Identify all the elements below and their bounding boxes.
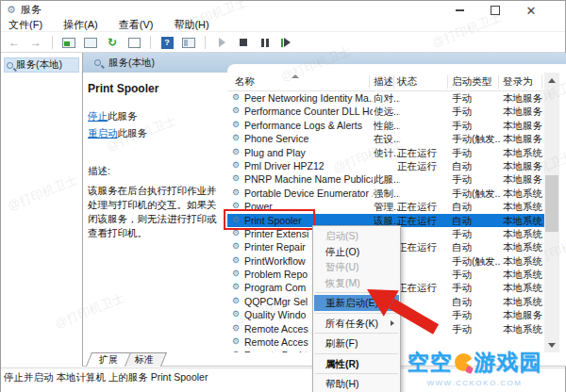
service-name: Plug and Play	[244, 147, 373, 158]
services-window: ⚙ 服务 ✕ 文件(F)操作(A)查看(V)帮助(H) ←→↻? 服务(本地) …	[0, 0, 566, 392]
column-header-startup-type[interactable]: 启动类型	[452, 75, 491, 89]
service-startup-type: 手动	[452, 147, 501, 160]
service-logon-as: 本地服务	[503, 120, 544, 133]
service-gear-icon: ⚙	[232, 120, 240, 129]
service-name: Phone Service	[244, 133, 373, 144]
service-description-cell: 管理...	[374, 201, 400, 214]
maximize-button[interactable]	[490, 5, 501, 16]
service-row[interactable]: ⚙Performance Counter DLL Ho...使远...手动本地服…	[227, 105, 544, 118]
annotation-red-rectangle	[224, 209, 315, 230]
service-logon-as: 本地服务	[503, 106, 544, 119]
export-list-icon[interactable]	[126, 36, 142, 50]
services-header-label: 服务(本地)	[108, 57, 155, 70]
toolbar-separator	[205, 36, 206, 49]
service-description: 该服务在后台执行打印作业并处理与打印机的交互。如果关闭该服务，则无法进行打印或查…	[88, 184, 225, 240]
service-gear-icon: ⚙	[232, 106, 240, 115]
service-logon-as: 本地系统	[503, 241, 544, 254]
selected-service-title: Print Spooler	[88, 82, 224, 95]
service-startup-type: 手动	[452, 173, 501, 187]
list-header: 名称 描述 状态 启动类型 登录为	[227, 73, 544, 91]
scrollbar-thumb[interactable]	[545, 175, 558, 232]
toolbar-separator	[52, 36, 53, 49]
service-gear-icon: ⚙	[232, 296, 240, 305]
services-node-icon	[7, 62, 13, 69]
help-icon[interactable]: ?	[159, 36, 175, 50]
service-startup-type: 手动(触发...	[452, 188, 501, 201]
status-text: 停止并启动 本地计算机 上的服务 Print Spooler	[4, 371, 208, 383]
column-header-name[interactable]: 名称	[235, 75, 255, 89]
start-service-icon[interactable]	[214, 36, 229, 50]
ctx-properties[interactable]: 属性(R)	[313, 356, 400, 372]
service-row[interactable]: ⚙Performance Logs & Alerts性能...手动本地服务	[227, 119, 544, 132]
cckoko-watermark: 空空 游戏园 WWW.CCKOKO.COM	[401, 348, 548, 387]
stop-service-link[interactable]: 停止	[88, 110, 108, 122]
service-row[interactable]: ⚙Phone Service在设...手动(触发...本地服务	[227, 132, 544, 145]
service-startup-type: 自动	[452, 201, 501, 214]
service-status: 正在运行	[397, 160, 449, 173]
snapin-properties-icon[interactable]	[83, 36, 98, 50]
ctx-pause[interactable]: 暂停(U)	[313, 259, 400, 275]
ctx-help[interactable]: 帮助(H)	[313, 376, 400, 392]
show-hide-pane-icon[interactable]	[181, 36, 196, 50]
stop-link-suffix: 此服务	[108, 110, 138, 122]
service-gear-icon: ⚙	[232, 255, 240, 265]
restart-service-link[interactable]: 重启动	[88, 127, 118, 139]
menu-file[interactable]: 文件(F)	[8, 18, 42, 31]
service-name: Portable Device Enumerator ...	[244, 188, 373, 199]
minimize-button[interactable]	[454, 5, 465, 16]
tree-item-services-local[interactable]: 服务(本地)	[4, 57, 79, 73]
service-name: Pml Driver HPZ12	[244, 160, 373, 172]
services-gear-icon: ⚙	[7, 4, 16, 16]
title-bar: ⚙ 服务 ✕	[1, 1, 565, 18]
service-name: Performance Counter DLL Ho...	[244, 106, 373, 117]
back-icon[interactable]: ←	[7, 36, 22, 50]
service-startup-type: 自动	[452, 241, 501, 254]
description-label: 描述:	[88, 165, 224, 178]
service-startup-type: 手动	[452, 106, 501, 119]
service-logon-as: 本地系统	[503, 147, 544, 160]
service-startup-type: 自动	[452, 296, 501, 309]
refresh-icon[interactable]: ↻	[105, 36, 120, 50]
service-row[interactable]: ⚙Peer Networking Identity Ma...向对...手动本地…	[227, 91, 544, 105]
service-startup-type: 手动	[452, 228, 501, 241]
service-row[interactable]: ⚙Pml Driver HPZ12正在运行自动本地服务	[227, 159, 544, 172]
service-name: Peer Networking Identity Ma...	[244, 92, 373, 104]
scroll-up-icon[interactable]	[544, 73, 559, 88]
forward-icon[interactable]: →	[28, 36, 43, 50]
restart-service-icon[interactable]	[279, 36, 294, 50]
stop-service-icon[interactable]	[236, 36, 251, 50]
service-startup-type: 手动	[452, 120, 501, 133]
column-header-description[interactable]: 描述	[374, 75, 393, 89]
service-row[interactable]: ⚙Portable Device Enumerator ...强制...手动(触…	[227, 187, 544, 200]
service-startup-type: 手动	[452, 309, 501, 322]
service-logon-as: 本地系统	[503, 188, 544, 201]
context-menu-separator	[315, 373, 398, 374]
service-gear-icon: ⚙	[232, 133, 240, 142]
service-gear-icon: ⚙	[232, 173, 240, 183]
service-logon-as: 本地系统	[503, 269, 544, 282]
ctx-stop[interactable]: 停止(O)	[313, 244, 400, 260]
console-tree: 服务(本地)	[1, 53, 82, 367]
service-gear-icon: ⚙	[232, 282, 240, 291]
menu-view[interactable]: 查看(V)	[119, 18, 154, 31]
service-description-cell: 强制...	[374, 188, 400, 201]
show-console-window-icon[interactable]	[61, 36, 76, 50]
service-logon-as: 本地服务	[503, 92, 544, 106]
tab-extended[interactable]: 扩展	[86, 352, 131, 367]
service-row[interactable]: ⚙Plug and Play使计...正在运行手动本地系统	[227, 146, 544, 159]
service-gear-icon: ⚙	[232, 309, 240, 318]
restart-link-suffix: 此服务	[118, 127, 148, 139]
close-button[interactable]: ✕	[525, 5, 537, 16]
pause-service-icon[interactable]	[258, 36, 273, 50]
menu-help[interactable]: 帮助(H)	[174, 18, 208, 31]
cckoko-brand-left: 空空	[408, 348, 453, 377]
menu-action[interactable]: 操作(A)	[63, 18, 98, 31]
service-row[interactable]: ⚙PNRP Machine Name Publica...此服...手动本地服务	[227, 172, 544, 186]
column-header-status[interactable]: 状态	[397, 75, 417, 89]
menu-bar: 文件(F)操作(A)查看(V)帮助(H)	[1, 18, 565, 32]
vertical-scrollbar[interactable]	[544, 73, 559, 352]
toolbar: ←→↻?	[1, 33, 565, 53]
ctx-start[interactable]: 启动(S)	[313, 228, 400, 244]
column-header-logon-as[interactable]: 登录为	[503, 75, 533, 89]
context-menu-separator	[315, 353, 398, 354]
